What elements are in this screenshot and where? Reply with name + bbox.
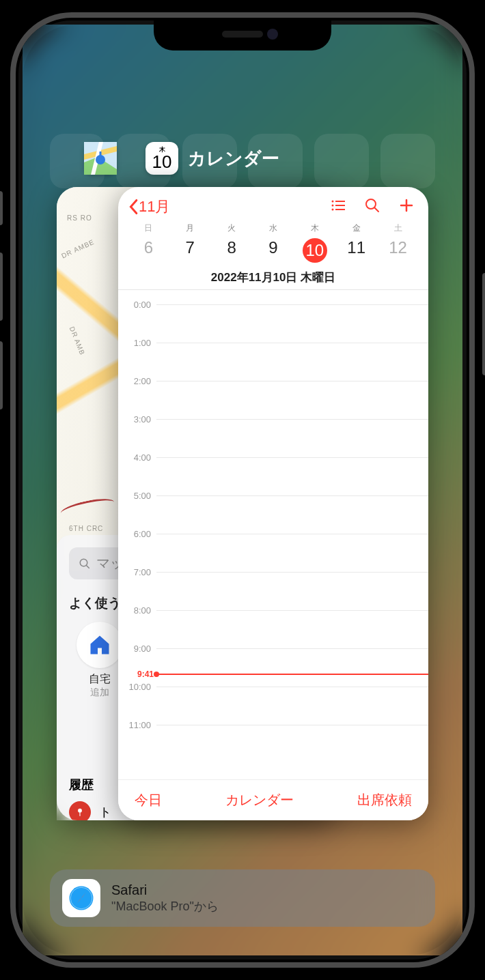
timeline-hour-row: 11:00: [118, 720, 428, 730]
dow-cell: 月: [169, 222, 211, 234]
svg-rect-5: [79, 812, 80, 816]
timeline-hour-label: 9:00: [118, 644, 156, 654]
search-icon: [364, 197, 380, 214]
timeline-hour-label: 0:00: [118, 300, 156, 310]
svg-point-4: [78, 809, 82, 813]
timeline-hour-line: [156, 457, 428, 458]
dow-cell: 日: [128, 222, 169, 234]
timeline-hour-row: 10:00: [118, 682, 428, 692]
dow-cell: 火: [211, 222, 253, 234]
timeline-hour-line: [156, 610, 428, 611]
day-cell[interactable]: 6: [128, 234, 169, 270]
list-view-button[interactable]: [330, 197, 346, 216]
switcher-header-maps[interactable]: [84, 142, 117, 175]
handoff-subtitle: "MacBook Pro"から: [111, 898, 219, 914]
svg-line-3: [86, 565, 89, 568]
calendar-day-row: 6 7 8 9 10 11 12: [118, 234, 428, 270]
timeline-hour-line: [156, 648, 428, 649]
calendar-timeline[interactable]: 0:001:002:003:004:005:006:007:008:009:00…: [118, 289, 428, 747]
home-icon: [77, 622, 123, 668]
calendar-calendars-button[interactable]: カレンダー: [225, 791, 294, 809]
svg-rect-7: [335, 201, 345, 202]
maps-history-title: 履歴: [69, 777, 94, 793]
calendar-back-label: 11月: [139, 197, 170, 217]
timeline-hour-row: 6:00: [118, 529, 428, 539]
maps-favorite-sublabel: 追加: [90, 687, 109, 699]
calendar-today-button[interactable]: 今日: [135, 791, 162, 809]
list-icon: [330, 197, 346, 214]
chevron-left-icon: [128, 199, 139, 215]
timeline-hour-label: 11:00: [118, 720, 156, 730]
road-label: DR AMBE: [60, 238, 96, 260]
timeline-hour-line: [156, 419, 428, 420]
calendar-dow-row: 日 月 火 水 木 金 土: [118, 222, 428, 234]
day-cell[interactable]: 11: [335, 234, 377, 270]
timeline-hour-label: 5:00: [118, 491, 156, 501]
timeline-hour-line: [156, 534, 428, 534]
plus-icon: [398, 197, 415, 214]
timeline-now-label: 9:41: [118, 669, 156, 679]
svg-point-6: [332, 201, 334, 203]
map-route-line: [59, 495, 115, 520]
dow-cell: 木: [294, 222, 335, 234]
timeline-now-line: [156, 674, 428, 675]
svg-point-10: [332, 209, 334, 211]
day-cell-today[interactable]: 10: [294, 234, 335, 270]
svg-line-13: [374, 207, 378, 212]
timeline-hour-line: [156, 572, 428, 573]
calendar-inbox-button[interactable]: 出席依頼: [357, 791, 412, 809]
timeline-hour-row: 1:00: [118, 338, 428, 348]
day-cell[interactable]: 12: [377, 234, 419, 270]
road-label: 6TH CRC: [69, 525, 103, 532]
maps-history-item[interactable]: ト: [69, 801, 111, 820]
switcher-header-calendar[interactable]: 木 10 カレンダー: [146, 142, 279, 175]
pin-icon: [69, 801, 91, 820]
handoff-title: Safari: [111, 882, 219, 898]
timeline-hour-line: [156, 687, 428, 687]
timeline-hour-row: 7:00: [118, 567, 428, 577]
timeline-hour-line: [156, 343, 428, 343]
svg-point-8: [332, 205, 334, 207]
dow-cell: 土: [377, 222, 419, 234]
timeline-hour-line: [156, 304, 428, 305]
maps-history-label: ト: [99, 804, 111, 820]
timeline-hour-label: 1:00: [118, 338, 156, 348]
iphone-frame: 木 10 カレンダー RS RO DR AMBE DR AMB 6TH CRC …: [10, 12, 475, 968]
calendar-bottom-bar: 今日 カレンダー 出席依頼: [118, 779, 428, 820]
calendar-app-icon: 木 10: [146, 142, 178, 175]
search-button[interactable]: [364, 197, 380, 216]
timeline-hour-label: 6:00: [118, 529, 156, 539]
timeline-hour-row: 3:00: [118, 414, 428, 424]
road-label: RS RO: [67, 214, 92, 222]
day-cell[interactable]: 8: [211, 234, 253, 270]
timeline-hour-label: 3:00: [118, 414, 156, 424]
calendar-icon-day: 10: [152, 153, 172, 171]
svg-rect-9: [335, 205, 345, 206]
maps-favorite-label: 自宅: [89, 672, 111, 687]
dow-cell: 金: [335, 222, 377, 234]
timeline-hour-label: 2:00: [118, 376, 156, 386]
switcher-card-calendar[interactable]: 11月 日 月 火 水 木: [118, 187, 428, 820]
screen: 木 10 カレンダー RS RO DR AMBE DR AMB 6TH CRC …: [23, 25, 462, 955]
timeline-hour-row: 2:00: [118, 376, 428, 386]
calendar-back-button[interactable]: 11月: [128, 197, 170, 217]
search-icon: [79, 558, 91, 570]
timeline-hour-label: 4:00: [118, 452, 156, 463]
timeline-hour-label: 8:00: [118, 605, 156, 616]
svg-rect-11: [335, 209, 345, 210]
timeline-hour-row: 0:00: [118, 300, 428, 310]
add-event-button[interactable]: [398, 197, 415, 216]
road-label: DR AMB: [68, 326, 87, 356]
day-cell[interactable]: 7: [169, 234, 211, 270]
calendar-app-name: カレンダー: [188, 147, 279, 171]
dow-cell: 水: [253, 222, 294, 234]
timeline-hour-label: 7:00: [118, 567, 156, 577]
maps-app-icon: [84, 142, 117, 175]
handoff-banner[interactable]: Safari "MacBook Pro"から: [50, 869, 435, 927]
timeline-hour-line: [156, 381, 428, 381]
timeline-now-indicator: 9:41: [118, 669, 428, 679]
calendar-toolbar: 11月: [118, 187, 428, 222]
timeline-hour-row: 8:00: [118, 605, 428, 616]
day-cell[interactable]: 9: [253, 234, 294, 270]
timeline-hour-row: 9:00: [118, 644, 428, 654]
